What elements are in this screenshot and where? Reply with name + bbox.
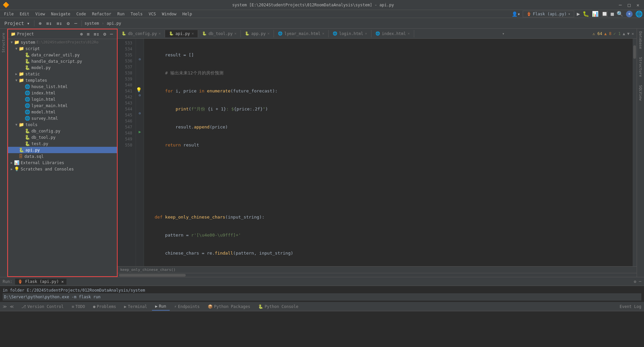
tree-scratches[interactable]: ▶ 💡 Scratches and Consoles [8, 166, 117, 172]
menu-file[interactable]: File [1, 11, 16, 17]
menu-view[interactable]: View [33, 11, 48, 17]
search-button[interactable]: 🔍 [617, 11, 623, 17]
tab-db-config[interactable]: 🐍 db_config.py ✕ [118, 30, 165, 37]
tab-api[interactable]: 🐍 api.py ✕ [165, 30, 198, 37]
tab-endpoints[interactable]: ⚡ Endpoints [171, 303, 203, 310]
sidebar-action-locate[interactable]: ⊕ [78, 31, 84, 37]
tree-file-house-list[interactable]: 🌐 house_list.html [8, 83, 117, 90]
menu-tools[interactable]: Tools [128, 11, 145, 17]
settings-gear-icon[interactable]: ⚙ [65, 20, 71, 27]
tab-version-control[interactable]: ⎇ Version Control [18, 303, 67, 310]
run-settings-icon[interactable]: ⚙ [634, 279, 636, 284]
profile-button[interactable]: 👤▾ [512, 11, 520, 17]
run-548[interactable]: ▶ [136, 129, 144, 135]
tabs-overflow-button[interactable]: ▾ [499, 30, 507, 37]
theme-button[interactable]: 🌐 [635, 10, 643, 17]
run-panel-close[interactable]: ─ [639, 279, 641, 284]
debug-button[interactable]: 🐛 [583, 11, 589, 17]
tab-python-console[interactable]: 🐍 Python Console [255, 303, 302, 310]
tab-python-packages[interactable]: 📦 Python Packages [204, 303, 254, 310]
fold-536[interactable]: ⊖ [136, 57, 144, 63]
tree-file-db-config[interactable]: 🐍 db_config.py [8, 128, 117, 134]
tab-db-tool[interactable]: 🐍 db_tool.py ✕ [198, 30, 241, 37]
menu-run[interactable]: Run [115, 11, 127, 17]
tab-close-app[interactable]: ✕ [268, 31, 270, 36]
scroll-up-btn[interactable]: ▲ [623, 31, 625, 36]
navigate-btn[interactable]: ⊕ [37, 20, 43, 27]
tab-close-db-tool[interactable]: ✕ [234, 31, 237, 36]
scrollbar-thumb[interactable] [633, 45, 636, 59]
coverage-button[interactable]: 🔲 [601, 11, 608, 17]
tree-file-model-html[interactable]: 🌐 model.html [8, 109, 117, 115]
bottom-tabs-expand[interactable]: ≫ [3, 304, 7, 309]
vertical-scrollbar[interactable] [633, 39, 637, 266]
close-panel-btn[interactable]: ✕ [632, 31, 634, 36]
sidebar-action-close[interactable]: ─ [109, 31, 114, 37]
add-button[interactable]: + [626, 11, 633, 17]
sidebar-action-settings[interactable]: ⚙ [102, 31, 107, 37]
breadcrumb-file[interactable]: api.py [107, 21, 121, 26]
tab-app[interactable]: 🐍 app.py ✕ [241, 30, 274, 37]
tab-login[interactable]: 🌐 login.html ✕ [329, 30, 371, 37]
tree-file-data-crawler[interactable]: 🐍 data_crawler_util.py [8, 52, 117, 58]
menu-help[interactable]: Help [180, 11, 195, 17]
tree-file-index-html[interactable]: 🌐 index.html [8, 90, 117, 96]
h-scrollbar-thumb[interactable] [119, 274, 186, 277]
structure-side-tab[interactable]: Structure [0, 30, 7, 55]
fold-542[interactable]: ⊖ [136, 93, 144, 99]
profile-run-button[interactable]: 📊 [592, 11, 599, 17]
tab-lyear-main[interactable]: 🌐 lyear_main.html ✕ [274, 30, 329, 37]
tree-root-system[interactable]: ▼ 📁 system E:\2024StudentProjects\012Ro [8, 39, 117, 45]
menu-edit[interactable]: Edit [17, 11, 32, 17]
tree-file-handle-data[interactable]: 🐍 handle_data_script.py [8, 58, 117, 64]
menu-navigate[interactable]: Navigate [48, 11, 73, 17]
scroll-down-btn[interactable]: ▼ [627, 31, 630, 36]
menu-vcs[interactable]: VCS [146, 11, 159, 17]
tab-close-lyear[interactable]: ✕ [322, 31, 325, 36]
database-side-tab[interactable]: Database [637, 29, 644, 52]
tree-file-model-script[interactable]: 🐍 model.py [8, 64, 117, 71]
stop-button[interactable]: ■ [611, 11, 614, 17]
structure-right-tab[interactable]: Structure [637, 54, 644, 80]
minimize-button[interactable]: ─ [617, 2, 624, 8]
project-dropdown[interactable]: Project ▾ [3, 20, 31, 27]
tab-run[interactable]: ▶ Run [152, 303, 170, 311]
menu-code[interactable]: Code [74, 11, 89, 17]
tab-problems[interactable]: ● Problems [90, 303, 120, 310]
code-editor[interactable]: result = [] # 输出未来12个月的房价预测 for i, price… [144, 39, 633, 266]
event-log-btn[interactable]: Event Log [620, 304, 641, 309]
collapse-btn[interactable]: ─ [72, 20, 78, 27]
tree-file-survey-html[interactable]: 🌐 survey.html [8, 115, 117, 121]
bottom-tabs-collapse[interactable]: ≪ [10, 304, 14, 309]
tab-index[interactable]: 🌐 index.html ✕ [371, 30, 414, 37]
tab-close-db-config[interactable]: ✕ [159, 31, 161, 36]
tree-external-libraries[interactable]: ▶ 📊 External Libraries [8, 159, 117, 166]
sort-btn[interactable]: ≡↕ [44, 20, 53, 27]
tree-file-db-tool[interactable]: 🐍 db_tool.py [8, 134, 117, 140]
fold-545[interactable]: ⊖ [136, 111, 144, 117]
tree-file-api[interactable]: 🐍 api.py [8, 147, 117, 153]
maximize-button[interactable]: □ [626, 2, 632, 8]
tree-file-lyear-main[interactable]: 🌐 lyear_main.html [8, 102, 117, 109]
tab-close-index[interactable]: ✕ [408, 31, 410, 36]
tree-file-test[interactable]: 🐍 test.py [8, 140, 117, 147]
run-tab-flask[interactable]: 🏺 Flask (api.py) ✕ [15, 279, 66, 285]
sort2-btn[interactable]: ≡↕ [55, 20, 64, 27]
close-button[interactable]: ✕ [635, 2, 641, 8]
horizontal-scrollbar[interactable] [118, 273, 637, 277]
tab-todo[interactable]: ≡ TODO [68, 303, 88, 310]
tab-terminal[interactable]: ▶ Terminal [121, 303, 151, 310]
menu-refactor[interactable]: Refactor [89, 11, 114, 17]
tree-folder-tools[interactable]: ▼ 📁 tools [8, 121, 117, 128]
sqlview-tab[interactable]: SQLView [637, 82, 644, 103]
tree-file-data-sql[interactable]: 🗄 data.sql [8, 153, 117, 159]
tab-close-api[interactable]: ✕ [192, 31, 194, 36]
run-button[interactable]: ▶ [577, 11, 580, 17]
breadcrumb-system[interactable]: system [85, 21, 99, 26]
tree-folder-templates[interactable]: ▼ 📁 templates [8, 77, 117, 83]
run-config-selector[interactable]: 🏺 Flask (api.py) ▾ [523, 11, 574, 17]
tab-close-login[interactable]: ✕ [365, 31, 367, 36]
menu-window[interactable]: Window [159, 11, 179, 17]
sidebar-action-collapse[interactable]: ≡ [86, 31, 91, 37]
sidebar-action-filter[interactable]: ≡↕ [92, 31, 101, 37]
